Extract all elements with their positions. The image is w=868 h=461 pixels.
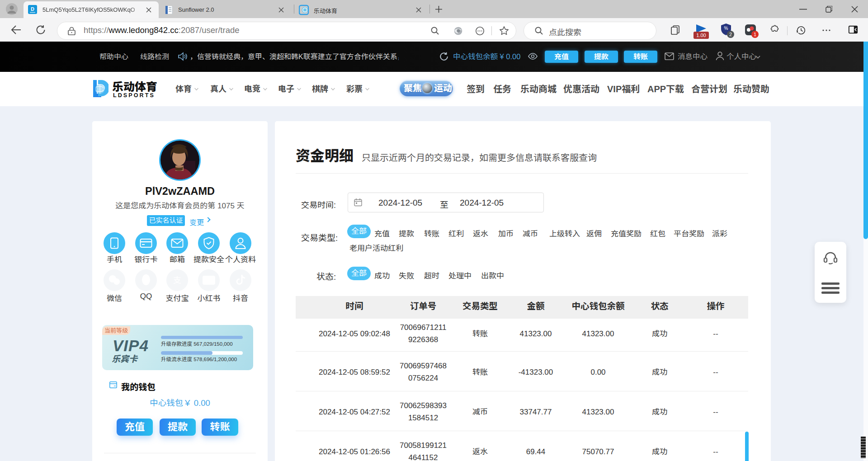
svg-text:D: D (31, 6, 34, 12)
svg-text:%: % (724, 26, 728, 31)
svg-text:支: 支 (173, 274, 181, 285)
